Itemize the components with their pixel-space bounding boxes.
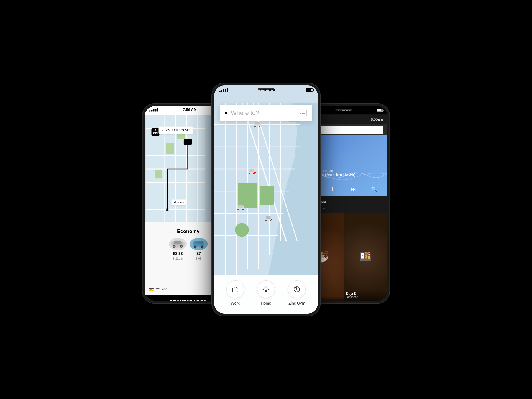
music-menu-icon[interactable]: ⋮ [378,139,383,145]
svg-text:ub: ub [197,243,199,245]
center-map: Where to? [214,85,318,314]
car-marker-3 [236,204,245,211]
svg-rect-71 [271,219,272,220]
car-img-1 [170,239,186,249]
koja-overlay: Koja Ki Japanese [344,290,387,301]
right-phone-speaker [336,109,352,110]
shortcut-work[interactable]: Work [226,280,244,305]
svg-point-25 [181,246,182,247]
time-badge: 2 MIN [152,128,160,136]
back-arrow-icon[interactable]: ← [162,128,165,132]
svg-rect-64 [238,205,243,208]
car-price-2: $7 [196,252,201,256]
center-battery [306,88,313,92]
card-number: •••• 4321 [156,287,169,291]
svg-point-51 [235,223,249,237]
car-marker-2 [247,168,256,175]
signal-dot-1 [149,110,151,111]
search-music-button[interactable]: 🔍 [371,186,377,192]
location-dot-icon [225,112,227,114]
work-label: Work [231,301,239,305]
zinc-gym-label: Zinc Gym [288,301,305,305]
svg-rect-59 [249,169,254,172]
signal-dot-2 [151,110,153,111]
koja-cuisine: Japanese [346,296,385,299]
svg-rect-14 [166,143,174,154]
svg-rect-17 [166,209,168,211]
hamburger-menu[interactable] [220,100,226,104]
zinc-gym-icon-circle [288,280,306,298]
car-option-1[interactable]: $3.33 8:12am [169,238,187,260]
skip-button[interactable]: ⏭ [351,186,356,192]
svg-rect-72 [232,288,238,292]
car-marker-1 [253,121,261,128]
svg-rect-68 [266,216,271,219]
svg-rect-50 [260,186,274,205]
svg-rect-18 [184,139,192,145]
svg-rect-55 [255,122,260,124]
car-time-1: 8:12am [173,257,183,260]
car-marker-4 [264,216,272,222]
left-status-time: 7:56 AM [183,108,196,112]
center-phone-screen: 7:56 AM [214,85,318,314]
food-koja[interactable]: 🍱 Koja Ki Japanese [344,213,387,301]
phones-scene: 7:56 AM [141,47,391,352]
car-thumb-2: ub [190,238,208,250]
pause-button[interactable]: ⏸ [331,186,336,192]
svg-point-24 [174,246,175,247]
svg-point-30 [195,247,196,248]
where-to-placeholder: Where to? [231,109,259,117]
home-label: Home [261,301,271,305]
destination-shortcuts: Work Home [214,275,318,314]
shortcut-home[interactable]: Home [257,280,275,305]
signal-dot-5 [157,108,158,111]
svg-rect-21 [174,241,182,244]
left-signal-dots [149,108,158,111]
credit-card-icon: 💳 [149,287,154,292]
svg-point-31 [202,247,203,248]
svg-marker-74 [263,287,269,292]
car-time-2: 8:05 [196,257,201,260]
signal-dot-3 [153,109,155,111]
car-img-2: ub [191,239,206,249]
car-option-2[interactable]: ub $7 8:05 [190,238,208,260]
car-thumb-1 [169,238,187,250]
center-phone: 7:56 AM [212,83,320,316]
shortcut-zinc-gym[interactable]: Zinc Gym [288,280,306,305]
signal-dot-4 [155,109,157,111]
hamburger-line-2 [220,102,226,102]
svg-rect-49 [238,183,257,208]
koja-name: Koja Ki [346,292,385,296]
car-price-1: $3.33 [173,252,183,256]
svg-rect-27 [195,241,203,244]
center-signal [219,88,228,92]
ride-time-label: 8:05am [371,117,383,121]
clock-recent-icon [293,285,301,293]
center-status-bar: 7:56 AM [214,85,318,94]
home-icon-circle [257,280,275,298]
where-to-search[interactable]: Where to? [220,105,312,121]
address-bar: ← 260 Drumes St › [159,126,193,134]
koja-visual: 🍱 [344,213,387,301]
left-signal [149,108,158,111]
work-icon-circle [226,280,244,298]
hamburger-line-1 [220,100,226,100]
svg-rect-16 [155,170,162,178]
svg-rect-62 [254,172,256,173]
home-icon [262,285,270,293]
payment-bar: 💳 •••• 4321 [149,287,169,292]
right-battery [377,109,383,112]
briefcase-icon [231,285,239,293]
center-status-time: 7:56 AM [259,88,275,92]
calendar-icon[interactable] [298,109,307,117]
home-tag: Home › [171,200,186,206]
hamburger-line-3 [220,104,226,104]
